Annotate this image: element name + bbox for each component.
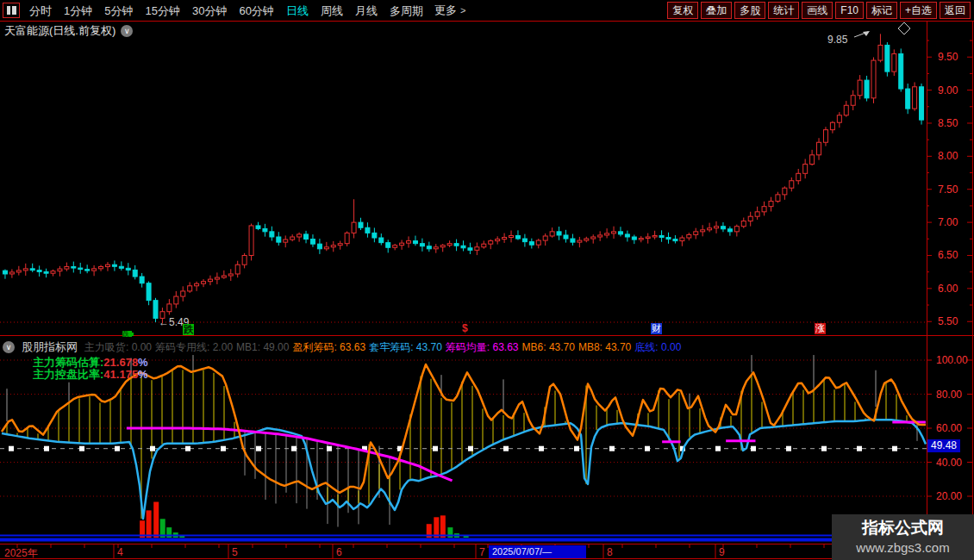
info-line: 主力控盘比率:41.175%	[33, 369, 148, 381]
timeframe-nav: 分时1分钟5分钟15分钟30分钟60分钟日线周线月线多周期	[23, 3, 429, 19]
price-tick: 8.00	[938, 150, 958, 162]
nav-item-15分钟[interactable]: 15分钟	[145, 4, 179, 17]
price-tick: 5.50	[938, 315, 958, 327]
indicator-field: MB1: 49.00	[236, 341, 289, 353]
chevron-down-icon[interactable]: ∨	[3, 341, 15, 353]
nav-item-1分钟[interactable]: 1分钟	[64, 4, 92, 17]
title-bar: 天富能源(日线.前复权) ∨	[4, 23, 133, 39]
high-price-annotation: 9.85	[827, 34, 847, 46]
watermark: 指标公式网 www.zbgs3.com	[832, 514, 974, 560]
price-tick: 7.50	[938, 184, 958, 196]
price-tick: 9.00	[938, 84, 958, 96]
chart-marker-涨: 涨	[815, 323, 826, 334]
indicator-field: 盈利筹码: 63.63	[292, 341, 365, 353]
nav-item-月线[interactable]: 月线	[355, 4, 378, 17]
chevron-down-icon[interactable]: ∨	[121, 25, 133, 37]
indicator-header: ∨ 股朋指标网 主力吸货: 0.00筹码专用线: 2.00MB1: 49.00盈…	[3, 339, 925, 355]
indicator-field: MB8: 43.70	[578, 341, 631, 353]
more-label: 更多	[434, 3, 457, 16]
watermark-title: 指标公式网	[832, 517, 974, 539]
indicator-field: 筹码专用线: 2.00	[155, 341, 233, 353]
nav-item-日线[interactable]: 日线	[286, 4, 309, 17]
more-menu[interactable]: 更多>	[434, 3, 465, 18]
nav-item-5分钟[interactable]: 5分钟	[104, 4, 133, 17]
info-line: 主力筹码估算:21.678%	[33, 357, 148, 369]
indicator-tick: 40.00	[936, 457, 962, 469]
chart-marker-跌: 跌	[122, 331, 132, 337]
indicator-field: 筹码均量: 63.63	[446, 341, 519, 353]
nav-item-周线[interactable]: 周线	[321, 4, 343, 17]
indicator-fields: 主力吸货: 0.00筹码专用线: 2.00MB1: 49.00盈利筹码: 63.…	[84, 340, 684, 355]
chart-canvas[interactable]	[0, 0, 974, 560]
toolbar-button-统计[interactable]: 统计	[768, 2, 799, 19]
toolbar-button-叠加[interactable]: 叠加	[701, 2, 732, 19]
window-layout-icon[interactable]	[3, 3, 20, 18]
toolbar-button-复权[interactable]: 复权	[667, 2, 698, 19]
toolbar-button-画线[interactable]: 画线	[802, 2, 833, 19]
indicator-tick: 80.00	[936, 389, 962, 401]
indicator-field: 底线: 0.00	[634, 341, 681, 353]
nav-item-30分钟[interactable]: 30分钟	[192, 4, 227, 17]
price-tick: 7.00	[938, 216, 958, 228]
indicator-name[interactable]: 股朋指标网	[22, 339, 78, 355]
price-tick: 6.50	[938, 249, 958, 261]
price-tick: 8.50	[938, 117, 958, 129]
time-label-9: 9	[719, 546, 725, 558]
app-root: 分时1分钟5分钟15分钟30分钟60分钟日线周线月线多周期 更多> 复权叠加多股…	[0, 0, 974, 560]
time-label-4: 4	[117, 546, 123, 558]
indicator-info-lines: 主力筹码估算:21.678%主力控盘比率:41.175%	[33, 357, 148, 381]
toolbar-button-标记[interactable]: 标记	[866, 2, 897, 19]
nav-item-60分钟[interactable]: 60分钟	[239, 4, 273, 17]
toolbar-button-多股[interactable]: 多股	[734, 2, 765, 19]
selected-date-box[interactable]: 2025/07/07/—	[489, 545, 586, 558]
time-label-6: 6	[336, 546, 342, 558]
chart-marker-$: $	[462, 323, 468, 334]
chart-marker-跌: 跌	[183, 324, 194, 335]
watermark-url: www.zbgs3.com	[832, 540, 974, 555]
toolbar-button-+自选[interactable]: +自选	[900, 2, 937, 19]
price-tick: 9.50	[938, 51, 958, 63]
chevron-right-icon: >	[460, 5, 465, 16]
indicator-field: 套牢筹码: 43.70	[369, 341, 442, 353]
price-tick: 6.00	[938, 283, 958, 295]
indicator-field: 主力吸货: 0.00	[84, 341, 152, 353]
page-title: 天富能源(日线.前复权)	[4, 23, 116, 39]
toolbar-button-返回[interactable]: 返回	[940, 2, 971, 19]
time-label-5: 5	[232, 546, 238, 558]
nav-item-分时[interactable]: 分时	[29, 4, 52, 17]
time-label-8: 8	[607, 546, 613, 558]
indicator-field: MB6: 43.70	[522, 341, 575, 353]
indicator-tick: 60.00	[936, 422, 962, 434]
indicator-tick: 100.00	[936, 354, 968, 366]
indicator-tick: 20.00	[936, 490, 962, 502]
indicator-current-value: 49.48	[927, 439, 960, 452]
toolbar-button-F10[interactable]: F10	[835, 2, 864, 19]
toolbar-buttons: 复权叠加多股统计画线F10标记+自选返回	[667, 2, 974, 19]
top-toolbar: 分时1分钟5分钟15分钟30分钟60分钟日线周线月线多周期 更多> 复权叠加多股…	[0, 0, 974, 21]
nav-item-多周期[interactable]: 多周期	[390, 4, 423, 17]
chart-marker-财: 财	[651, 323, 662, 334]
time-label-7: 7	[479, 546, 485, 558]
time-label-2025年: 2025年	[4, 546, 38, 560]
